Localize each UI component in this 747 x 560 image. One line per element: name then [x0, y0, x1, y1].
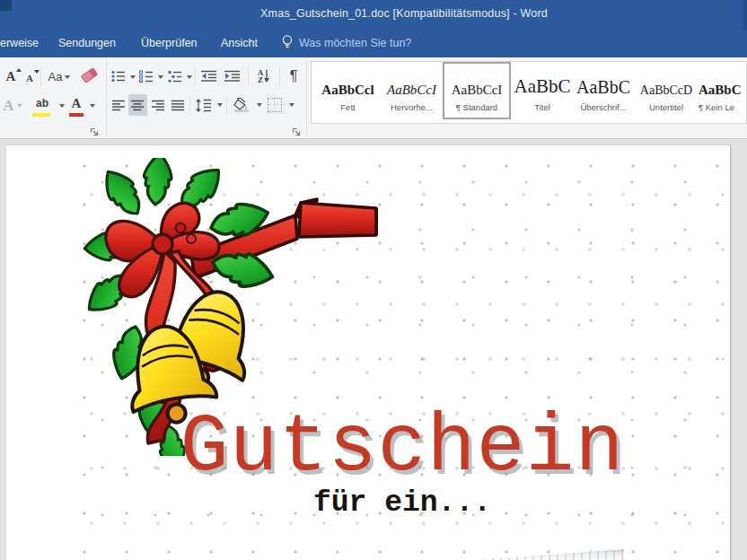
paint-bucket-icon: [233, 98, 250, 113]
chevron-down-icon: [289, 103, 294, 107]
chevron-down-icon: [257, 103, 262, 107]
window-corner-fragment: [0, 0, 12, 11]
title-bar: Xmas_Gutschein_01.doc [Kompatibilitätsmo…: [0, 0, 747, 30]
increase-indent-icon: [224, 70, 241, 83]
align-left-icon: [112, 100, 126, 111]
font-color-bar: [69, 113, 83, 117]
decrease-indent-button[interactable]: [198, 66, 220, 86]
group-separator: [306, 60, 307, 136]
chevron-down-icon: [90, 104, 95, 108]
divider: [248, 67, 249, 87]
numbered-list-icon: [139, 70, 154, 83]
align-center-button[interactable]: [128, 94, 147, 116]
line-spacing-icon: [196, 99, 212, 112]
ribbon-tab-bar: erweise Sendungen Überprüfen Ansicht Was…: [0, 30, 747, 57]
font-color-button[interactable]: A: [66, 94, 86, 118]
shrink-font-button[interactable]: A: [22, 68, 38, 87]
chevron-down-icon: [187, 75, 192, 79]
document-area[interactable]: Gutschein für ein...: [0, 139, 747, 560]
tab-sendungen[interactable]: Sendungen: [51, 30, 123, 57]
chevron-down-icon: [65, 75, 70, 79]
bullet-list-dropdown[interactable]: [127, 68, 136, 86]
paragraph-dialog-launcher[interactable]: [292, 127, 302, 137]
style-fett[interactable]: AaBbCcl Fett: [316, 64, 380, 119]
grow-font-button[interactable]: A: [2, 66, 20, 87]
shading-button[interactable]: [231, 94, 252, 116]
voucher-subtitle-text: für ein...: [75, 486, 730, 520]
highlight-color-bar: [32, 113, 50, 117]
borders-dropdown[interactable]: [286, 96, 294, 114]
divider: [279, 67, 280, 87]
voucher-title-text: Gutschein: [75, 406, 730, 491]
align-left-button[interactable]: [110, 95, 127, 115]
document-page[interactable]: Gutschein für ein...: [6, 145, 730, 560]
style-kein-leerraum[interactable]: AaBbC ¶ Kein Le: [699, 64, 747, 119]
multilevel-list-button[interactable]: [166, 66, 184, 86]
align-center-icon: [131, 100, 145, 111]
decrease-indent-icon: [201, 70, 217, 83]
line-spacing-button[interactable]: [193, 94, 215, 116]
window-title: Xmas_Gutschein_01.doc [Kompatibilitätsmo…: [31, 7, 747, 20]
text-effects-button[interactable]: A: [2, 94, 23, 118]
sort-button[interactable]: A Z: [252, 65, 276, 87]
font-color-dropdown[interactable]: [86, 96, 95, 116]
tab-verweise[interactable]: erweise: [0, 30, 46, 57]
multilevel-list-dropdown[interactable]: [183, 68, 192, 86]
font-dialog-launcher[interactable]: [90, 127, 100, 137]
shading-dropdown[interactable]: [253, 96, 262, 114]
text-highlight-button[interactable]: ab: [31, 94, 54, 118]
envelope-corner-image: [452, 547, 624, 560]
chevron-down-icon: [217, 103, 223, 107]
tellme-box[interactable]: Was möchten Sie tun?: [281, 30, 411, 57]
ribbon: A A Aa A ab A: [0, 57, 747, 139]
chevron-down-icon: [158, 75, 163, 79]
lightbulb-icon: [281, 34, 294, 50]
divider: [226, 96, 227, 116]
align-right-button[interactable]: [149, 95, 167, 115]
increase-indent-button[interactable]: [222, 66, 243, 86]
divider: [195, 67, 196, 87]
numbered-list-button[interactable]: [137, 66, 155, 86]
change-case-button[interactable]: Aa: [45, 66, 74, 87]
chevron-down-icon: [17, 104, 22, 108]
sort-arrow-icon: [263, 69, 270, 83]
borders-icon: [268, 98, 282, 112]
show-paragraph-marks-button[interactable]: ¶: [284, 65, 303, 87]
style-titel[interactable]: AaBbC Titel: [514, 64, 571, 119]
chevron-down-icon: [130, 75, 136, 79]
style-standard[interactable]: AaBbCcI ¶ Standard: [443, 62, 511, 119]
borders-button[interactable]: [265, 94, 285, 116]
style-hervorhebung[interactable]: AaBbCcI Hervorhe...: [382, 64, 441, 119]
chevron-down-icon: [59, 104, 65, 108]
group-separator: [106, 60, 107, 136]
bullet-list-button[interactable]: [110, 66, 127, 86]
tab-ansicht[interactable]: Ansicht: [214, 30, 265, 57]
style-ueberschrift[interactable]: AaBbC Überschrif...: [573, 64, 634, 119]
bullet-list-icon: [111, 70, 126, 83]
clear-formatting-button[interactable]: [79, 65, 99, 85]
style-untertitel[interactable]: AaBbCcD Untertitel: [636, 64, 697, 119]
line-spacing-dropdown[interactable]: [214, 96, 223, 114]
justify-button[interactable]: [169, 95, 187, 115]
align-right-icon: [152, 100, 165, 111]
divider: [40, 67, 41, 87]
highlight-dropdown[interactable]: [56, 96, 65, 116]
shrink-font-arrow-icon: [34, 70, 40, 74]
styles-gallery: AaBbCcl Fett AaBbCcI Hervorhe... AaBbCcI…: [311, 61, 747, 124]
multilevel-list-icon: [168, 70, 182, 83]
divider: [189, 96, 190, 116]
tab-ueberpruefen[interactable]: Überprüfen: [134, 30, 205, 57]
justify-icon: [171, 100, 185, 111]
eraser-icon: [80, 67, 98, 83]
voucher-background-image: Gutschein für ein...: [75, 158, 730, 560]
numbered-list-dropdown[interactable]: [154, 68, 163, 86]
tellme-label: Was möchten Sie tun?: [299, 37, 411, 49]
